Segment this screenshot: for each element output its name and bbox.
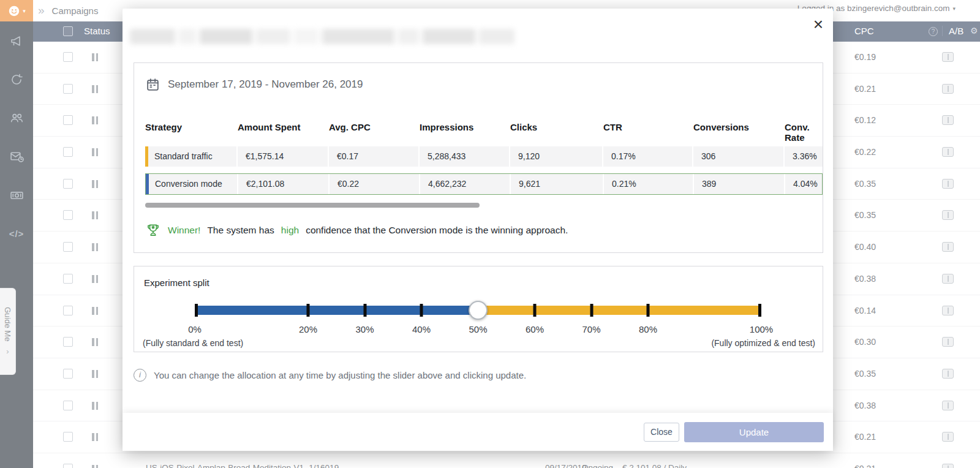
col-header-conversions: Conversions [693,122,785,143]
slider-label: 0% [188,324,202,334]
ab-test-results-dialog: × September 17, 2019 - November 26, 2019… [123,9,833,451]
impressions-cell: 4,662,232 [420,174,510,194]
slider-tick [533,304,537,317]
slider-labels: 0% 20% 30% 40% 50% 60% 70% 80% 100% [195,324,761,335]
horizontal-scrollbar[interactable] [145,203,480,208]
col-header-ctr: CTR [603,122,693,143]
calendar-icon [145,77,160,92]
amount-spent-cell: €2,101.08 [238,174,328,194]
slider-label: 60% [526,324,544,334]
col-header-conv-rate: Conv. Rate [785,122,823,143]
slider-label: 20% [299,324,317,334]
experiment-split-card: Experiment split 0% 20% 30% 40% 50% 60% … [134,266,823,352]
slider-right-cap [758,304,761,317]
winner-text-1: The system has [207,225,274,236]
slider-label: 100% [750,324,773,334]
col-header-amount-spent: Amount Spent [238,122,329,143]
slider-label: 70% [582,324,600,334]
conversions-cell: 389 [694,174,784,194]
slider-label: 50% [469,324,487,334]
slider-tick [420,304,423,317]
slider-label: 30% [355,324,374,334]
campaign-title-redacted [130,26,514,47]
experiment-split-title: Experiment split [144,277,209,288]
strategy-cell: Standard traffic [145,146,236,167]
update-button[interactable]: Update [684,422,824,442]
slider-tick [590,304,593,317]
conv-rate-cell: 4.04% [785,174,822,194]
slider-tick [363,304,366,317]
strategy-cell: Conversion mode [146,174,237,194]
ctr-cell: 0.17% [603,146,692,167]
info-note: i You can change the allocation at any t… [134,369,526,382]
trophy-icon [145,222,161,238]
col-header-avg-cpc: Avg. CPC [329,122,420,143]
ctr-cell: 0.21% [604,174,693,194]
right-caption: (Fully optimized & end test) [711,338,815,348]
col-header-clicks: Clicks [510,122,603,143]
winner-text-2: confidence that the Conversion mode is t… [306,225,568,236]
results-card: September 17, 2019 - November 26, 2019 S… [134,62,823,253]
left-caption: (Fully standard & end test) [143,338,243,348]
clicks-cell: 9,120 [510,146,602,167]
info-icon: i [134,369,146,382]
winner-highlight: high [281,225,299,236]
winner-note: Winner! The system has high confidence t… [145,222,568,238]
col-header-impressions: Impressions [420,122,510,143]
slider-tick [647,304,650,317]
slider-label: 80% [639,324,657,334]
date-range-label: September 17, 2019 - November 26, 2019 [168,78,363,91]
results-header-row: Strategy Amount Spent Avg. CPC Impressio… [145,122,823,143]
winner-label: Winner! [168,225,200,236]
close-button[interactable]: Close [644,423,679,442]
slider-handle[interactable] [469,301,488,320]
results-row-standard: Standard traffic €1,575.14 €0.17 5,288,4… [145,146,823,167]
slider-left-cap [195,304,198,317]
slider-tick [307,304,310,317]
avg-cpc-cell: €0.22 [330,174,419,194]
conversions-cell: 306 [693,146,783,167]
avg-cpc-cell: €0.17 [329,146,418,167]
impressions-cell: 5,288,433 [420,146,509,167]
col-header-strategy: Strategy [145,122,238,143]
clicks-cell: 9,621 [511,174,603,194]
conv-rate-cell: 3.36% [785,146,823,167]
date-range-row: September 17, 2019 - November 26, 2019 [145,77,363,92]
results-row-conversion-winner: Conversion mode €2,101.08 €0.22 4,662,23… [145,173,823,195]
dialog-footer: Close Update [123,413,833,451]
amount-spent-cell: €1,575.14 [238,146,328,167]
slider-label: 40% [412,324,431,334]
close-icon[interactable]: × [813,16,823,33]
info-text: You can change the allocation at any tim… [154,370,526,380]
